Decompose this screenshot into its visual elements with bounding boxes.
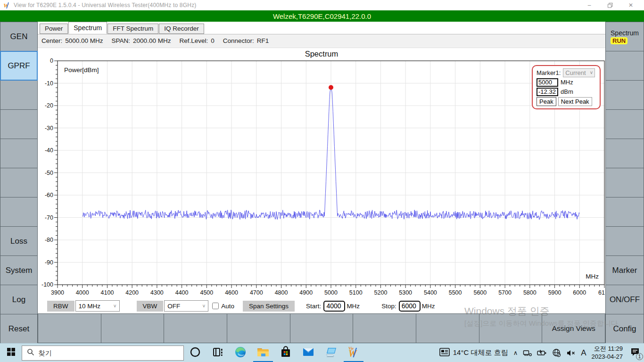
softkey-empty[interactable] — [605, 226, 644, 256]
app-logo-icon: W — [3, 1, 11, 9]
start-button[interactable] — [0, 344, 22, 362]
span-settings-button[interactable]: Span Settings — [243, 301, 295, 312]
softkey-empty[interactable] — [605, 109, 644, 139]
rbw-select[interactable]: 10 MHz ˅ — [75, 300, 120, 312]
stop-frequency-input[interactable] — [399, 301, 421, 312]
svg-text:MHz: MHz — [586, 273, 599, 280]
softkey-spectrum[interactable]: SpectrumRUN — [605, 22, 644, 51]
news-icon — [439, 348, 450, 358]
sidebar-item-log[interactable]: Log — [0, 285, 38, 314]
softkey-empty[interactable] — [353, 313, 416, 343]
auto-label: Auto — [221, 303, 234, 310]
softkey-empty[interactable] — [416, 313, 479, 343]
softkey-empty[interactable] — [101, 313, 165, 343]
softkey-on-off[interactable]: ON/OFF — [605, 285, 644, 314]
softkey-assign-views[interactable]: Assign Views — [542, 313, 605, 343]
ime-korean-indicator[interactable]: A — [581, 348, 586, 358]
tab-spectrum[interactable]: Spectrum — [68, 22, 107, 34]
network-offline-icon[interactable] — [552, 348, 561, 357]
vbw-select[interactable]: OFF ˅ — [164, 300, 208, 312]
sidebar-item-loss[interactable]: Loss — [0, 226, 38, 256]
softkey-empty[interactable] — [605, 80, 644, 110]
taskbar-app-edge[interactable] — [229, 344, 252, 362]
sidebar-item-reset[interactable]: Reset — [0, 314, 38, 344]
app-frame: GENGPRFLossSystemLogReset PowerSpectrumF… — [0, 22, 644, 343]
svg-text:5300: 5300 — [399, 289, 412, 296]
svg-text:6000: 6000 — [573, 289, 586, 296]
taskbar-app-store[interactable] — [274, 344, 297, 362]
tab-iq-recorder[interactable]: IQ Recorder — [159, 24, 204, 34]
search-input[interactable] — [38, 349, 179, 357]
chevron-down-icon: ˅ — [114, 304, 116, 309]
notification-center-button[interactable]: 1 — [628, 346, 642, 360]
marker-mode-select[interactable]: Current ˅ — [563, 68, 595, 77]
marker-frequency-input[interactable] — [537, 78, 558, 87]
taskbar-app-view-app[interactable]: VieW — [342, 344, 365, 362]
main-panel: PowerSpectrumFFT SpectrumIQ Recorder Cen… — [38, 22, 605, 343]
softkey-empty[interactable] — [605, 168, 644, 197]
sidebar-item-gprf[interactable]: GPRF — [0, 51, 38, 81]
softkey-empty[interactable] — [479, 313, 543, 343]
softkey-empty[interactable] — [164, 313, 227, 343]
marker-panel: Marker1: Current ˅ MHz dBm — [532, 65, 601, 109]
volume-muted-icon[interactable] — [566, 349, 576, 357]
taskbar-apps: VieW — [184, 344, 365, 362]
restore-icon[interactable] — [600, 0, 620, 10]
weather-widget[interactable]: 14°C 대체로 흐림 — [439, 348, 508, 358]
next-peak-button[interactable]: Next Peak — [558, 97, 592, 106]
auto-checkbox[interactable] — [212, 303, 219, 309]
clock-time: 오전 11:29 — [592, 345, 623, 353]
taskbar-search[interactable] — [22, 346, 184, 361]
taskbar-app-remote-desktop[interactable] — [320, 344, 342, 362]
safely-remove-hardware-icon[interactable] — [523, 349, 532, 357]
start-frequency-input[interactable] — [323, 301, 345, 312]
taskbar: VieW 14°C 대체로 흐림 ∧ A 오전 1 — [0, 343, 644, 362]
svg-text:4900: 4900 — [299, 289, 313, 296]
info-connector: Connector:RF1 — [223, 37, 269, 44]
softkey-empty[interactable] — [605, 197, 644, 227]
softkey-marker[interactable]: Marker — [605, 255, 644, 285]
sidebar-item-gen[interactable]: GEN — [0, 22, 38, 51]
marker-level-unit: dBm — [561, 88, 573, 95]
spectrum-plot: 3900400041004200430044004500460047004800… — [38, 48, 605, 299]
edge-icon — [234, 346, 247, 360]
screen: W View for T6290E 1.5.0.4 - Universal Wi… — [0, 0, 644, 362]
svg-text:4700: 4700 — [250, 289, 263, 296]
minimize-icon[interactable]: – — [579, 0, 600, 10]
sidebar-item-system[interactable]: System — [0, 255, 38, 285]
battery-plug-icon[interactable] — [537, 349, 547, 356]
softkey-empty[interactable] — [605, 139, 644, 168]
sidebar-item-empty[interactable] — [0, 80, 38, 110]
svg-text:-100: -100 — [41, 281, 53, 288]
tab-power[interactable]: Power — [40, 24, 68, 34]
stop-label: Stop: — [381, 303, 396, 310]
taskbar-app-mail[interactable] — [297, 344, 320, 362]
softkey-config[interactable]: Config — [605, 314, 644, 344]
svg-text:-10: -10 — [45, 80, 53, 86]
svg-text:-80: -80 — [45, 237, 53, 243]
vbw-label: VBW — [137, 301, 164, 312]
taskbar-app-task-view[interactable] — [206, 344, 229, 362]
svg-text:5900: 5900 — [548, 289, 561, 296]
window-title: View for T6290E 1.5.0.4 - Universal Wire… — [14, 2, 197, 8]
taskbar-app-cortana[interactable] — [184, 344, 206, 362]
sidebar-item-empty[interactable] — [0, 139, 38, 168]
sidebar-item-empty[interactable] — [0, 197, 38, 227]
sidebar-item-empty[interactable] — [0, 109, 38, 139]
softkey-empty[interactable] — [38, 313, 101, 343]
tab-fft-spectrum[interactable]: FFT Spectrum — [107, 24, 158, 34]
close-icon[interactable]: ✕ — [620, 0, 641, 10]
softkey-empty[interactable] — [605, 51, 644, 81]
softkey-empty[interactable] — [290, 313, 354, 343]
hidden-icons-chevron[interactable]: ∧ — [513, 349, 518, 356]
mail-icon — [302, 347, 314, 359]
taskbar-clock[interactable]: 오전 11:29 2023-04-27 — [592, 345, 623, 361]
taskbar-app-file-explorer[interactable] — [252, 344, 274, 362]
peak-button[interactable]: Peak — [537, 97, 556, 106]
sidebar-item-empty[interactable] — [0, 168, 38, 197]
marker-level-input[interactable] — [537, 88, 558, 96]
svg-text:4200: 4200 — [125, 289, 139, 296]
softkey-empty[interactable] — [227, 313, 290, 343]
store-icon — [280, 346, 291, 360]
svg-text:-40: -40 — [45, 147, 53, 154]
